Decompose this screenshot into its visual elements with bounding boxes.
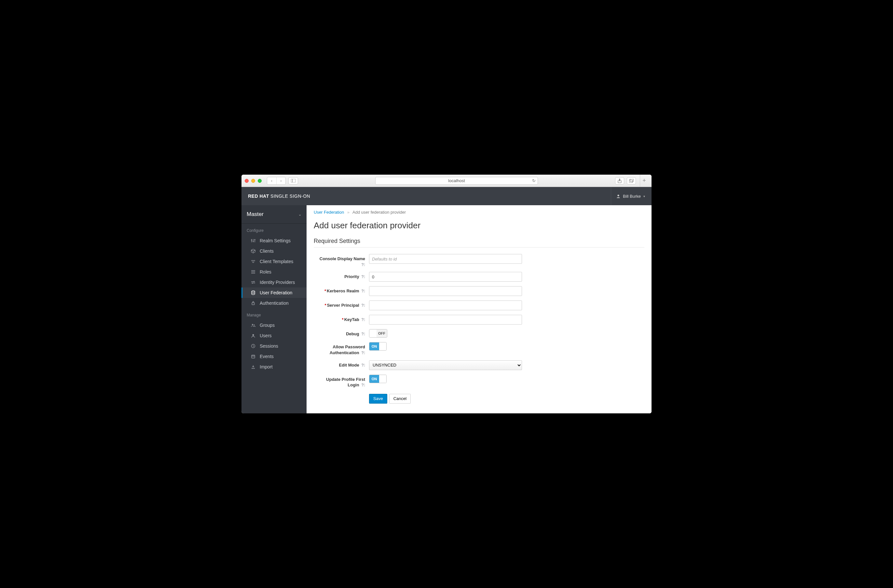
sidebar-item-realm-settings[interactable]: Realm Settings — [242, 236, 307, 246]
sidebar-item-sessions[interactable]: Sessions — [242, 341, 307, 351]
keytab-input[interactable] — [369, 315, 522, 325]
update-profile-toggle[interactable]: ON OFF — [369, 375, 386, 383]
database-icon — [251, 290, 256, 295]
address-bar[interactable]: localhost ↻ — [375, 177, 538, 185]
svg-rect-3 — [629, 180, 632, 183]
help-icon[interactable]: ?⃝ — [361, 332, 365, 336]
new-tab-button[interactable]: + — [640, 175, 648, 187]
priority-input[interactable] — [369, 272, 522, 282]
forward-button[interactable]: › — [276, 177, 286, 184]
sidebar-section-configure: Configure — [242, 224, 307, 236]
help-icon[interactable]: ?⃝ — [361, 303, 365, 308]
clock-icon — [251, 344, 256, 349]
import-icon — [251, 364, 256, 369]
console-display-name-input[interactable] — [369, 254, 522, 264]
sidebar-item-identity-providers[interactable]: Identity Providers — [242, 277, 307, 288]
svg-rect-15 — [251, 355, 255, 358]
user-name: Bill Burke — [623, 194, 641, 199]
window-controls — [245, 179, 262, 183]
label-allow-password-auth: Allow Password Authentication ?⃝ — [314, 342, 369, 356]
lock-icon — [251, 300, 256, 306]
nav-back-forward: ‹ › — [267, 177, 286, 185]
toggle-on-label: ON — [369, 375, 379, 383]
save-button[interactable]: Save — [369, 394, 387, 404]
app-header: RED HAT SINGLE SIGN-ON Bill Burke ▾ — [242, 187, 651, 205]
breadcrumb-root[interactable]: User Federation — [314, 210, 344, 214]
breadcrumb-current: Add user federation provider — [352, 210, 406, 214]
svg-rect-0 — [291, 179, 296, 183]
svg-point-13 — [253, 334, 254, 336]
label-update-profile-first-login: Update Profile First Login ?⃝ — [314, 375, 369, 388]
section-divider — [314, 247, 644, 248]
sidebar-item-label: User Federation — [260, 290, 292, 295]
realm-selector[interactable]: Master ⌄ — [242, 205, 307, 224]
close-window-icon[interactable] — [245, 179, 249, 183]
help-icon[interactable]: ?⃝ — [361, 289, 365, 293]
sidebar-item-label: Authentication — [260, 300, 289, 306]
breadcrumb: User Federation » Add user federation pr… — [314, 210, 644, 214]
group-icon — [251, 322, 256, 328]
label-debug: Debug ?⃝ — [314, 329, 369, 337]
svg-point-6 — [251, 240, 252, 241]
sidebar-item-events[interactable]: Events — [242, 351, 307, 362]
user-icon — [616, 194, 620, 198]
maximize-window-icon[interactable] — [258, 179, 262, 183]
sidebar-item-groups[interactable]: Groups — [242, 320, 307, 330]
tabs-icon[interactable] — [627, 177, 636, 184]
reload-icon[interactable]: ↻ — [532, 178, 536, 183]
server-principal-input[interactable] — [369, 300, 522, 310]
label-priority: Priority ?⃝ — [314, 272, 369, 280]
help-icon[interactable]: ?⃝ — [361, 383, 365, 387]
sidebar-item-label: Roles — [260, 269, 271, 274]
svg-point-9 — [251, 291, 255, 292]
brand-logo: RED HAT SINGLE SIGN-ON — [248, 194, 310, 199]
sidebar-item-client-templates[interactable]: Client Templates — [242, 256, 307, 267]
sidebar-item-import[interactable]: Import — [242, 362, 307, 372]
sidebar-item-label: Client Templates — [260, 259, 293, 264]
sidebar-item-label: Events — [260, 354, 274, 359]
sidebar-item-clients[interactable]: Clients — [242, 246, 307, 256]
svg-point-12 — [254, 325, 254, 326]
exchange-icon — [251, 280, 256, 285]
sidebar-section-manage: Manage — [242, 308, 307, 320]
sidebar-item-label: Users — [260, 333, 272, 338]
sidebar: Master ⌄ Configure Realm Settings Client… — [242, 205, 307, 413]
user-icon — [251, 333, 256, 338]
breadcrumb-separator: » — [347, 210, 350, 214]
help-icon[interactable]: ?⃝ — [361, 317, 365, 322]
realm-name: Master — [247, 211, 264, 218]
label-console-display-name: Console Display Name ?⃝ — [314, 254, 369, 267]
kerberos-realm-input[interactable] — [369, 286, 522, 296]
chevron-down-icon: ▾ — [643, 195, 645, 198]
minimize-window-icon[interactable] — [251, 179, 255, 183]
allow-password-auth-toggle[interactable]: ON OFF — [369, 342, 386, 351]
help-icon[interactable]: ?⃝ — [361, 262, 365, 267]
sidebar-item-authentication[interactable]: Authentication — [242, 298, 307, 308]
sidebar-item-roles[interactable]: Roles — [242, 267, 307, 277]
sidebar-item-label: Realm Settings — [260, 238, 291, 243]
user-menu[interactable]: Bill Burke ▾ — [616, 194, 645, 199]
edit-mode-select[interactable]: UNSYNCED — [369, 360, 522, 370]
section-title: Required Settings — [314, 238, 644, 244]
debug-toggle[interactable]: ON OFF — [369, 329, 387, 338]
browser-window: ‹ › localhost ↻ + — [242, 175, 651, 413]
sidebar-item-users[interactable]: Users — [242, 330, 307, 341]
back-button[interactable]: ‹ — [267, 177, 276, 184]
header-divider — [611, 187, 611, 205]
help-icon[interactable]: ?⃝ — [361, 274, 365, 279]
share-icon[interactable] — [615, 177, 624, 184]
help-icon[interactable]: ?⃝ — [361, 351, 365, 355]
svg-point-7 — [253, 241, 254, 242]
toggle-on-label: ON — [369, 342, 379, 350]
sidebar-toggle-button[interactable] — [288, 177, 298, 184]
svg-point-11 — [252, 324, 253, 325]
label-keytab: *KeyTab ?⃝ — [314, 315, 369, 322]
toggle-off-label: OFF — [379, 342, 386, 350]
help-icon[interactable]: ?⃝ — [361, 363, 365, 368]
svg-rect-10 — [252, 303, 254, 305]
label-server-principal: *Server Principal ?⃝ — [314, 300, 369, 308]
sidebar-item-label: Import — [260, 364, 273, 369]
sidebar-item-user-federation[interactable]: User Federation — [242, 288, 307, 298]
cancel-button[interactable]: Cancel — [389, 394, 411, 404]
cubes-icon — [251, 259, 256, 264]
